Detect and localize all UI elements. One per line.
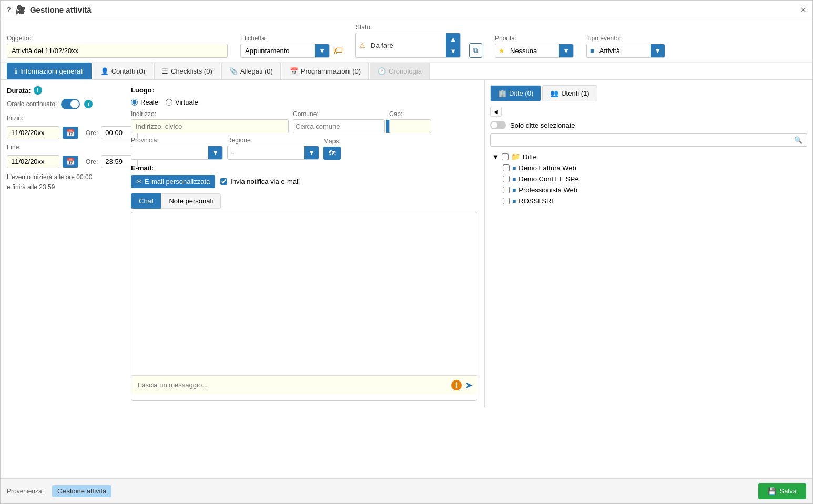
inizio-date-input[interactable] [7,126,59,139]
solo-ditte-toggle[interactable] [490,121,506,129]
indirizzo-input[interactable] [131,119,289,133]
fine-calendar-btn[interactable]: 📅 [63,156,78,168]
demo-cont-checkbox[interactable] [503,176,510,182]
tab-cronologia-label: Cronologia [389,67,422,75]
notify-email-checkbox[interactable] [220,178,227,185]
virtuale-label: Virtuale [175,98,198,106]
tree-item-rossi[interactable]: ■ ROSSI SRL [501,196,807,207]
etichetta-arrow-btn[interactable]: ▼ [315,44,329,57]
comune-input[interactable] [293,120,386,132]
maps-btn[interactable]: 🗺 [323,147,341,160]
tab-chat[interactable]: Chat [131,193,161,209]
tab-checklists-icon: ☰ [162,67,168,75]
orario-continuato-toggle[interactable] [61,99,80,109]
tab-checklists[interactable]: ☰ Checklists (0) [154,63,220,79]
tab-allegati-icon: 📎 [229,67,238,75]
tab-note-personali[interactable]: Note personali [161,193,221,209]
tab-contatti[interactable]: 👤 Contatti (0) [93,63,153,79]
chat-body [131,212,477,375]
fine-label: Fine: [7,143,25,151]
demo-fattura-checkbox[interactable] [503,164,510,171]
right-tab-utenti[interactable]: 👥 Utenti (1) [542,85,597,101]
note-tab-label: Note personali [169,197,213,205]
provincia-arrow-btn[interactable]: ▼ [208,146,222,159]
radio-virtuale[interactable]: Virtuale [166,98,198,106]
provincia-select[interactable]: ▼ [131,146,223,160]
rossi-label: ROSSI SRL [519,197,555,205]
durata-title: Durata: [7,87,31,95]
luogo-title: Luogo: [131,86,154,94]
notify-email-checkbox-row[interactable]: Invia notifica via e-mail [220,178,300,186]
inizio-ore-label: Ore: [86,129,98,137]
etichetta-value: Appuntamento [241,44,315,57]
tab-allegati[interactable]: 📎 Allegati (0) [221,63,281,79]
ditte-children: ■ Demo Fattura Web ■ Demo Cont FE SPA ■ … [490,162,807,207]
salva-label: Salva [779,487,797,495]
indirizzo-label: Indirizzo: [131,110,289,118]
ditte-tab-label: Ditte (0) [509,89,533,97]
stato-down-btn[interactable]: ▼ [446,45,460,57]
bottom-bar: Provenienza: Gestione attività 💾 Salva [1,478,812,503]
tree-expand-icon: ▼ [492,153,499,161]
orario-continuato-info-icon[interactable]: i [84,100,93,108]
tab-programmazioni[interactable]: 📅 Programmazioni (0) [282,63,369,79]
search-icon[interactable]: 🔍 [794,136,802,144]
etichetta-select[interactable]: Appuntamento ▼ [240,44,330,58]
tab-info-gen[interactable]: ℹ Informazioni generali [7,63,92,79]
orario-continuato-label: Orario continuato: [7,100,57,108]
layers-icon-btn[interactable]: ⧉ [469,43,482,58]
chat-input[interactable] [136,379,448,391]
maps-label: Maps: [323,138,341,145]
regione-arrow-btn[interactable]: ▼ [304,146,319,159]
priorita-label: Priorità: [495,35,574,42]
etichetta-label: Etichetta: [240,35,343,42]
radio-reale[interactable]: Reale [131,98,158,106]
fine-date-input[interactable] [7,155,59,168]
oggetto-input[interactable] [7,44,228,58]
star-icon: ★ [495,47,508,55]
demo-fattura-label: Demo Fattura Web [519,164,576,172]
salva-button[interactable]: 💾 Salva [758,483,806,499]
durata-info-icon[interactable]: i [34,86,42,95]
video-icon: 🎥 [15,5,26,15]
inizio-label: Inizio: [7,115,25,122]
email-personalizzata-btn[interactable]: ✉ E-mail personalizzata [131,175,215,188]
utenti-icon: 👥 [550,89,558,97]
comune-select[interactable]: ▼ [293,119,385,133]
right-tab-ditte[interactable]: 🏢 Ditte (0) [490,85,541,101]
close-button[interactable]: × [800,5,806,16]
panel-collapse-btn[interactable]: ◀ [490,107,502,117]
rossi-checkbox[interactable] [503,198,510,204]
fine-ore-label: Ore: [86,158,98,166]
chat-send-icon[interactable]: ➤ [465,379,473,391]
professionista-checkbox[interactable] [503,187,510,193]
priorita-arrow-btn[interactable]: ▼ [559,44,573,57]
provincia-label: Provincia: [131,137,223,144]
ditte-search-input[interactable] [495,136,794,144]
tipo-evento-select-wrap[interactable]: ■ Attività ▼ [586,44,665,58]
tab-cronologia[interactable]: 🕐 Cronologia [370,63,430,79]
comune-label: Comune: [293,110,385,118]
notify-email-label: Invia notifica via e-mail [230,178,300,186]
event-info-text: L'evento inizierà alle ore 00:00e finirà… [7,172,123,192]
email-title: E-mail: [131,164,477,172]
help-icon[interactable]: ? [7,6,11,14]
chat-info-icon[interactable]: i [451,380,462,390]
tag-icon[interactable]: 🏷 [333,45,343,56]
inizio-calendar-btn[interactable]: 📅 [63,127,78,139]
stato-up-btn[interactable]: ▲ [446,33,460,45]
regione-value: - [228,147,304,159]
cap-input[interactable] [389,119,431,133]
ditte-root-checkbox[interactable] [502,153,509,160]
tree-item-ditte-root[interactable]: ▼ 📁 Ditte [490,151,807,162]
company-icon-1: ■ [512,164,516,172]
tab-programmazioni-label: Programmazioni (0) [301,67,361,75]
tipo-evento-arrow-btn[interactable]: ▼ [651,44,665,57]
chat-area: i ➤ [131,212,477,401]
tree-item-demo-cont[interactable]: ■ Demo Cont FE SPA [501,173,807,184]
tree-item-professionista[interactable]: ■ Professionista Web [501,184,807,196]
stato-select-wrap[interactable]: ⚠ Da fare ▲ ▼ [355,33,461,58]
tree-item-demo-fattura[interactable]: ■ Demo Fattura Web [501,162,807,173]
regione-select[interactable]: - ▼ [227,146,319,160]
priorita-select-wrap[interactable]: ★ Nessuna ▼ [495,44,574,58]
